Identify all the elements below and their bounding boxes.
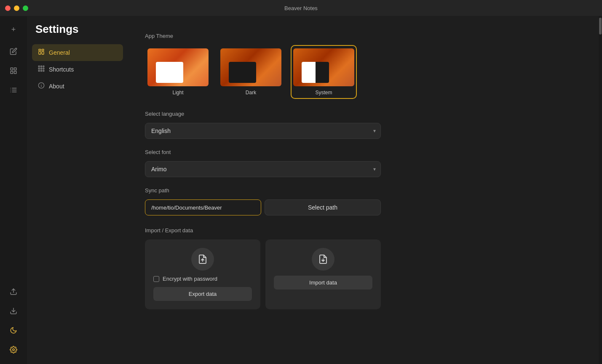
sidebar-item-general[interactable]: General (32, 44, 123, 61)
system-left-half (302, 62, 316, 83)
titlebar: Beaver Notes (0, 0, 602, 16)
svg-rect-2 (11, 71, 13, 73)
import-export-label: Import / Export data (145, 227, 582, 234)
svg-rect-21 (41, 68, 42, 69)
night-mode-button[interactable] (5, 323, 22, 340)
font-dropdown-wrapper: Arimo Roboto Open Sans ▾ (145, 161, 381, 177)
content-area: Settings General (27, 16, 602, 364)
icon-sidebar: + (0, 16, 27, 364)
language-dropdown-wrapper: English Spanish French German ▾ (145, 123, 381, 139)
minimize-button[interactable] (14, 5, 19, 11)
language-dropdown-row: English Spanish French German ▾ (145, 123, 582, 139)
svg-rect-0 (11, 68, 13, 70)
plus-icon: + (11, 25, 16, 34)
svg-rect-3 (14, 71, 16, 73)
export-card-icon (191, 248, 214, 271)
theme-dark-block (229, 62, 256, 83)
svg-rect-18 (41, 66, 42, 67)
general-icon (38, 48, 45, 57)
font-select[interactable]: Arimo Roboto Open Sans (145, 161, 381, 177)
app-body: + (0, 16, 602, 364)
edit-icon (10, 48, 17, 57)
svg-rect-16 (42, 51, 44, 54)
sync-path-label: Sync path (145, 187, 582, 194)
svg-rect-19 (43, 66, 44, 67)
theme-dark[interactable]: Dark (218, 45, 284, 99)
about-icon (38, 82, 45, 90)
theme-cards: Light Dark (145, 45, 582, 99)
system-right-half (316, 62, 329, 83)
gear-icon (10, 346, 17, 356)
font-dropdown-row: Arimo Roboto Open Sans ▾ (145, 161, 582, 177)
theme-system[interactable]: System (291, 45, 357, 99)
theme-system-block (302, 62, 329, 83)
scrollbar-thumb[interactable] (599, 18, 602, 35)
theme-dark-thumbnail (220, 48, 281, 86)
moon-icon (10, 327, 17, 336)
select-font-label: Select font (145, 149, 582, 155)
export-card: Encrypt with password Export data (145, 239, 260, 309)
svg-rect-13 (39, 49, 41, 50)
list-icon (10, 86, 17, 96)
shortcuts-icon (38, 65, 45, 74)
theme-dark-label: Dark (246, 90, 256, 96)
language-select[interactable]: English Spanish French German (145, 123, 381, 139)
svg-rect-14 (42, 49, 44, 50)
add-note-button[interactable]: + (5, 21, 22, 38)
svg-rect-23 (38, 70, 40, 72)
svg-rect-15 (39, 51, 41, 54)
list-button[interactable] (5, 82, 22, 99)
sidebar-bottom-actions (5, 284, 22, 359)
settings-button[interactable] (5, 342, 22, 359)
sidebar-item-about[interactable]: About (32, 78, 123, 95)
theme-light-block (156, 62, 183, 83)
sidebar-item-shortcuts[interactable]: Shortcuts (32, 61, 123, 78)
svg-rect-24 (41, 70, 42, 72)
svg-point-12 (13, 348, 15, 351)
select-path-button[interactable]: Select path (265, 199, 381, 215)
maximize-button[interactable] (23, 5, 28, 11)
export-data-button[interactable]: Export data (153, 287, 252, 301)
theme-light-label: Light (172, 90, 183, 96)
settings-main: App Theme Light Dark (128, 16, 599, 364)
svg-rect-20 (38, 68, 40, 69)
layout-icon (10, 67, 17, 77)
app-theme-label: App Theme (145, 33, 582, 39)
import-export-row: Encrypt with password Export data (145, 239, 381, 309)
export-icon (10, 288, 17, 298)
window-title: Beaver Notes (284, 5, 318, 11)
shortcuts-label: Shortcuts (49, 66, 74, 73)
encrypt-label: Encrypt with password (163, 276, 217, 282)
encrypt-checkbox[interactable] (153, 276, 159, 282)
svg-rect-1 (14, 68, 16, 70)
theme-system-thumbnail (293, 48, 354, 86)
scrollbar-track (599, 16, 602, 364)
import-card: Import data (265, 239, 381, 309)
svg-rect-17 (38, 66, 40, 67)
sync-path-row: Select path (145, 199, 381, 215)
general-label: General (49, 49, 70, 56)
encrypt-row: Encrypt with password (153, 276, 252, 282)
import-card-icon (312, 248, 334, 271)
export-button[interactable] (5, 284, 22, 301)
theme-light-thumbnail (147, 48, 209, 86)
theme-system-label: System (315, 90, 332, 96)
settings-title: Settings (32, 23, 123, 36)
close-button[interactable] (5, 5, 11, 11)
sync-path-input[interactable] (145, 199, 261, 215)
theme-light[interactable]: Light (145, 45, 211, 99)
about-label: About (49, 83, 64, 90)
svg-rect-22 (43, 68, 44, 69)
traffic-lights (5, 5, 28, 11)
select-language-label: Select language (145, 111, 582, 117)
import-button[interactable] (5, 303, 22, 320)
import-icon (10, 307, 17, 317)
import-data-button[interactable]: Import data (274, 276, 372, 290)
layout-button[interactable] (5, 63, 22, 80)
svg-rect-25 (43, 70, 44, 72)
edit-button[interactable] (5, 44, 22, 61)
settings-sidebar: Settings General (27, 16, 128, 364)
